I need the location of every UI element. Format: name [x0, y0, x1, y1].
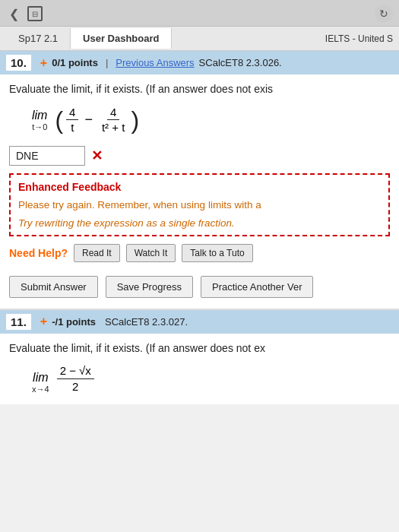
question-11-number: 11.	[6, 314, 31, 330]
q11-lim-text: lim	[33, 371, 48, 385]
action-buttons-row: Submit Answer Save Progress Practice Ano…	[9, 273, 390, 301]
feedback-box: Enhanced Feedback Please try again. Reme…	[9, 173, 390, 236]
question-10-number: 10.	[6, 55, 31, 71]
lim-subscript: t→0	[32, 122, 47, 131]
watch-it-button[interactable]: Watch It	[126, 244, 176, 262]
divider: |	[106, 57, 108, 68]
need-help-row: Need Help? Read It Watch It Talk to a Tu…	[9, 244, 390, 262]
frac2-num: 4	[107, 105, 119, 121]
answer-row: ✕	[9, 146, 390, 166]
fraction-1: 4 t	[66, 105, 78, 135]
feedback-text: Please try again. Remember, when using l…	[18, 198, 381, 213]
q11-lim-subscript: x→4	[32, 385, 49, 394]
tab-sp17[interactable]: Sp17 2.1	[6, 28, 71, 49]
fraction-2: 4 t² + t	[99, 105, 128, 135]
read-it-button[interactable]: Read It	[74, 244, 120, 262]
open-paren: (	[55, 108, 63, 132]
talk-to-tutor-button[interactable]: Talk to a Tuto	[182, 244, 252, 262]
frac2-den: t² + t	[99, 120, 128, 135]
source-ref: SCalcET8 2.3.026.	[199, 57, 282, 68]
math-expression-10: lim t→0 ( 4 t − 4 t² + t )	[32, 105, 390, 135]
question-11-text: Evaluate the limit, if it exists. (If an…	[9, 341, 390, 356]
nav-tabs: Sp17 2.1 User Dashboard IELTS - United S	[0, 27, 399, 51]
minus-sign: −	[84, 112, 93, 128]
save-progress-button[interactable]: Save Progress	[106, 276, 193, 298]
back-icon[interactable]: ❮	[6, 6, 21, 21]
submit-answer-button[interactable]: Submit Answer	[9, 276, 98, 298]
tabs-icon[interactable]: ⊟	[27, 6, 43, 21]
q11-frac-num: 2 − √x	[57, 363, 94, 379]
question-11-header: 11. + -/1 points SCalcET8 2.3.027.	[0, 310, 399, 334]
question-11-block: 11. + -/1 points SCalcET8 2.3.027. Evalu…	[0, 310, 399, 405]
prev-answers-link[interactable]: Previous Answers	[116, 57, 194, 68]
lim-notation: lim t→0	[32, 109, 47, 131]
tab-ielts[interactable]: IELTS - United S	[325, 33, 393, 44]
browser-chrome: ❮ ⊟ ↻	[0, 0, 399, 27]
question-10-block: 10. + 0/1 points | Previous Answers SCal…	[0, 51, 399, 310]
answer-input[interactable]	[9, 146, 85, 166]
refresh-icon[interactable]: ↻	[375, 5, 393, 23]
q11-fraction: 2 − √x 2	[57, 363, 94, 394]
q11-points-info: + -/1 points SCalcET8 2.3.027.	[40, 315, 188, 328]
question-10-text: Evaluate the limit, if it exists. (If an…	[9, 82, 390, 97]
points-label: 0/1 points	[52, 57, 98, 68]
math-expression-11: lim x→4 2 − √x 2	[32, 363, 390, 394]
feedback-hint: Try rewriting the expression as a single…	[18, 217, 381, 229]
practice-another-button[interactable]: Practice Another Ver	[201, 276, 314, 298]
points-info: + 0/1 points | Previous Answers SCalcET8…	[40, 56, 282, 70]
frac1-den: t	[68, 120, 77, 135]
tab-dashboard[interactable]: User Dashboard	[71, 28, 172, 49]
question-10-header: 10. + 0/1 points | Previous Answers SCal…	[0, 51, 399, 74]
q11-source-ref: SCalcET8 2.3.027.	[105, 316, 188, 328]
feedback-title: Enhanced Feedback	[18, 181, 381, 193]
q11-lim-notation: lim x→4	[32, 371, 49, 394]
q11-frac-den: 2	[69, 379, 81, 394]
frac1-num: 4	[66, 105, 78, 121]
q11-points-label: -/1 points	[52, 316, 96, 328]
plus-icon: +	[40, 56, 47, 70]
wrong-icon: ✕	[91, 147, 103, 164]
lim-text: lim	[32, 109, 47, 122]
close-paren: )	[131, 108, 139, 132]
main-content: 10. + 0/1 points | Previous Answers SCal…	[0, 51, 399, 404]
need-help-label: Need Help?	[9, 247, 68, 259]
q11-plus-icon: +	[40, 315, 47, 328]
